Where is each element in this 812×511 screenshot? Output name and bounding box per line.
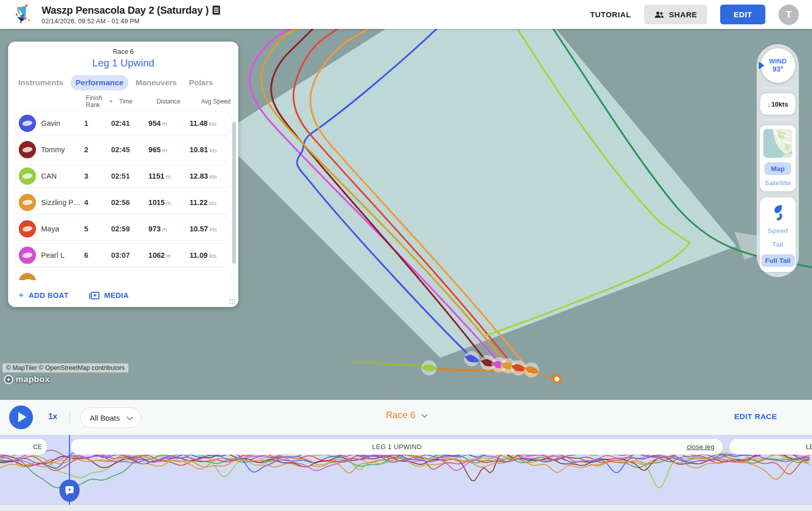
boat-time: 02:59	[111, 225, 149, 233]
table-header: Finish Rank ▼ Time Distance Avg Speed	[8, 90, 238, 112]
tail-option-full-tail[interactable]: Full Tail	[761, 254, 795, 267]
current-leg-segment[interactable]: LEG 1 UPWIND close leg	[71, 439, 723, 455]
table-row[interactable]: Sizzling Pe… 4 02:56 1015m 11.22kts	[15, 191, 231, 214]
column-avg-speed[interactable]: Avg Speed	[201, 98, 231, 105]
mapbox-icon: ✦	[4, 375, 13, 384]
table-row[interactable]: Gavin 1 02:41 954m 11.48kts	[15, 112, 231, 135]
boat-avg-speed: 11.22kts	[190, 198, 231, 207]
map-style-map-button[interactable]: Map	[764, 162, 791, 175]
panel-drag-handle[interactable]: •••	[390, 393, 402, 401]
boats-filter-select[interactable]: All Boats	[80, 407, 141, 428]
boat-avg-speed: 11.48kts	[190, 119, 231, 127]
previous-leg-segment[interactable]: CE	[0, 439, 47, 455]
playback-speed[interactable]: 1x	[48, 412, 57, 421]
leg-stats-panel: Race 6 Leg 1 Upwind Instruments Performa…	[8, 42, 238, 307]
share-button[interactable]: SHARE	[644, 5, 708, 24]
map-style-satellite-button[interactable]: Satellite	[765, 179, 791, 187]
boat-avg-speed: 10.57kts	[190, 225, 231, 233]
table-row[interactable]: CAN 3 02:51 1151m 12.83kts	[15, 164, 231, 188]
wind-direction-arrow-icon	[759, 61, 764, 70]
bottom-scroll-strip[interactable]	[0, 505, 812, 511]
boat-finish-rank: 1	[84, 119, 111, 127]
close-leg-link[interactable]: close leg	[687, 443, 715, 451]
tutorial-link[interactable]: TUTORIAL	[590, 10, 631, 19]
wind-degrees: 93°	[772, 65, 783, 73]
boat-time: 02:56	[111, 198, 149, 207]
boat-time: 02:45	[111, 146, 149, 154]
table-scrollbar[interactable]	[232, 122, 236, 264]
play-button[interactable]	[9, 405, 33, 429]
boat-name: Gavin	[41, 119, 84, 127]
session-date-range: 02/14/2026, 09:52 AM - 01:49 PM	[42, 18, 220, 25]
panel-resize-handle[interactable]	[229, 298, 235, 304]
panel-tabs: Instruments Performance Maneuvers Polars	[8, 75, 238, 90]
map-style-thumbnail[interactable]	[763, 129, 792, 158]
boat-avatar	[19, 247, 36, 264]
map-style-card: Map Satellite	[760, 125, 796, 191]
tab-instruments[interactable]: Instruments	[13, 75, 68, 90]
tail-option-tail[interactable]: Tail	[772, 241, 783, 248]
plus-icon: +	[18, 290, 24, 301]
boat-name: Sizzling Pe…	[41, 198, 84, 207]
boat-tail-icon	[769, 203, 787, 221]
column-time[interactable]: Time	[119, 98, 157, 105]
user-avatar[interactable]: T	[779, 5, 799, 25]
table-row[interactable]	[15, 270, 231, 280]
media-icon	[91, 292, 99, 299]
map-attribution[interactable]: © MapTiler © OpenStreetMap contributors	[3, 363, 128, 372]
people-icon	[654, 11, 664, 18]
chevron-down-icon	[421, 412, 428, 418]
edit-race-button[interactable]: EDIT RACE	[734, 412, 777, 421]
column-distance[interactable]: Distance	[157, 98, 201, 105]
table-row[interactable]: Tommy 2 02:45 965m 10.81kts	[15, 138, 231, 161]
add-boat-button[interactable]: + ADD BOAT	[18, 290, 68, 301]
next-leg-segment[interactable]: LEG	[729, 439, 812, 455]
leg-segment-label: LEG 1 UPWIND	[372, 443, 422, 451]
boat-avatar	[19, 167, 36, 185]
tab-maneuvers[interactable]: Maneuvers	[130, 75, 182, 90]
media-button[interactable]: MEDIA	[91, 291, 129, 299]
boat-finish-rank: 2	[84, 146, 111, 154]
boat-name: Tommy	[41, 146, 84, 154]
boat-distance: 1015m	[149, 198, 190, 207]
column-finish-rank[interactable]: Finish Rank ▼	[86, 94, 119, 109]
boat-avatar	[19, 273, 36, 280]
race-map[interactable]: Race 6 Leg 1 Upwind Instruments Performa…	[0, 29, 812, 400]
race-selector[interactable]: Race 6	[386, 410, 426, 421]
boat-distance: 965m	[149, 146, 190, 154]
boat-avg-speed: 10.81kts	[190, 146, 231, 154]
map-controls-panel: WIND 93° ↓ 10kts Map Satellite	[757, 44, 799, 277]
tab-polars[interactable]: Polars	[184, 75, 218, 90]
sort-caret-icon: ▼	[109, 99, 113, 104]
boat-distance: 973m	[149, 225, 190, 233]
tail-mode-card: Speed Tail Full Tail	[760, 197, 796, 272]
mapbox-logo[interactable]: ✦ mapbox	[4, 374, 50, 385]
add-comment-icon: +	[65, 486, 74, 493]
boat-name: CAN	[41, 172, 84, 180]
boat-finish-rank: 4	[84, 198, 111, 207]
chevron-down-icon	[127, 414, 133, 420]
tab-performance[interactable]: Performance	[70, 75, 129, 90]
table-row[interactable]: Pearl L 6 03:07 1062m 11.09kts	[15, 244, 231, 267]
boat-distance: 1062m	[149, 251, 190, 259]
boat-name: Pearl L	[41, 251, 84, 259]
app-logo-icon[interactable]	[11, 4, 33, 26]
app-header: Waszp Pensacola Day 2 (Saturday ) 02/14/…	[0, 0, 812, 29]
tail-option-speed[interactable]: Speed	[767, 227, 788, 234]
race-label: Race 6	[8, 48, 238, 55]
table-row[interactable]: Maya 5 02:59 973m 10.57kts	[15, 217, 231, 241]
wind-indicator: WIND 93°	[761, 48, 795, 83]
start-mark[interactable]	[554, 376, 560, 383]
boat-avatar	[19, 115, 36, 132]
race-timeline[interactable]: CE LEG 1 UPWIND close leg LEG +	[0, 435, 812, 505]
boat-finish-rank: 6	[84, 251, 111, 259]
boat-time: 02:51	[111, 172, 149, 180]
down-arrow-icon: ↓	[767, 100, 771, 108]
leg-title: Leg 1 Upwind	[8, 57, 238, 69]
boat-avatar	[19, 141, 36, 158]
boat-time: 02:41	[111, 119, 149, 127]
boat-finish-rank: 3	[84, 172, 111, 180]
notes-icon[interactable]	[213, 6, 220, 15]
boat-time: 03:07	[111, 251, 149, 259]
edit-button[interactable]: EDIT	[720, 5, 765, 24]
